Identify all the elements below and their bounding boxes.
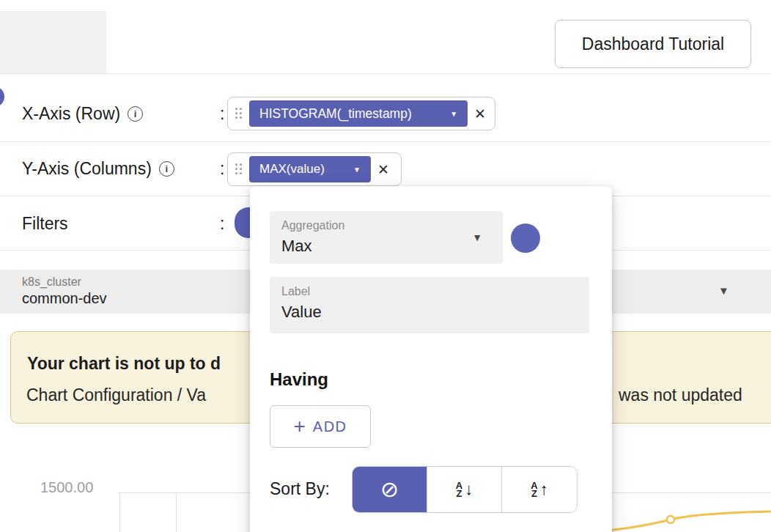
- divider: [0, 73, 771, 74]
- x-axis-field-chip: HISTOGRAM(_timestamp) ▼ ✕: [227, 97, 495, 130]
- info-icon[interactable]: i: [128, 106, 143, 122]
- label-input-label: Label: [281, 285, 310, 298]
- field-config-popup: Aggregation Max ▼ Label Value Having + A…: [250, 186, 612, 532]
- dashboard-tutorial-button[interactable]: Dashboard Tutorial: [555, 20, 751, 68]
- caret-down-icon[interactable]: ▼: [718, 284, 729, 297]
- close-icon[interactable]: ✕: [377, 163, 389, 177]
- drag-handle-icon[interactable]: [235, 163, 243, 175]
- sort-none-button[interactable]: ⊘: [353, 467, 427, 512]
- add-button-label: ADD: [313, 418, 347, 435]
- label-input-value: Value: [281, 303, 322, 322]
- y-axis-label: Y-Axis (Columns): [22, 159, 152, 179]
- info-glyph: i: [166, 164, 169, 174]
- variable-name: k8s_cluster: [22, 276, 81, 289]
- no-sort-icon: ⊘: [380, 479, 399, 500]
- aggregation-select-label: Aggregation: [281, 219, 344, 232]
- info-glyph: i: [134, 109, 137, 119]
- warning-body-right: was not updated: [619, 385, 742, 405]
- label-input[interactable]: Label Value: [270, 277, 589, 333]
- chart-gridline: [176, 492, 177, 532]
- plus-icon: +: [293, 416, 305, 437]
- colon-separator: :: [220, 207, 224, 240]
- chart-gridline: [119, 492, 120, 532]
- warning-title: Your chart is not up to d: [27, 354, 221, 374]
- sort-ascending-button[interactable]: AZ ↓: [427, 467, 502, 512]
- colon-separator: :: [220, 152, 224, 185]
- y-axis-field-button[interactable]: MAX(value) ▼: [249, 156, 371, 182]
- chart-line-series: [608, 509, 771, 532]
- header-partial-block: [0, 11, 106, 73]
- sort-by-toggle-group: ⊘ AZ ↓ AZ ↑: [352, 466, 578, 513]
- filters-label: Filters: [22, 214, 68, 234]
- warning-body-left: Chart Configuration / Va: [26, 385, 206, 405]
- dashboard-editor-screen: Dashboard Tutorial X-Axis (Row) i : HIST…: [0, 0, 771, 532]
- aggregation-select[interactable]: Aggregation Max ▼: [270, 211, 503, 264]
- sort-alpha-up-icon: AZ ↑: [531, 481, 547, 498]
- left-edge-badge: [0, 86, 4, 107]
- chart-point-marker[interactable]: [667, 516, 674, 523]
- having-section-title: Having: [270, 369, 328, 390]
- x-axis-field-button[interactable]: HISTOGRAM(_timestamp) ▼: [249, 100, 468, 127]
- sort-descending-button[interactable]: AZ ↑: [502, 467, 577, 512]
- x-axis-field-value: HISTOGRAM(_timestamp): [259, 106, 412, 122]
- chart-y-axis-tick: 1500.00: [40, 479, 93, 496]
- x-axis-label: X-Axis (Row): [22, 104, 120, 124]
- filters-row: Filters: [22, 207, 68, 240]
- series-color-picker[interactable]: [511, 223, 540, 253]
- colon-separator: :: [220, 97, 224, 130]
- close-icon[interactable]: ✕: [474, 107, 486, 121]
- aggregation-select-value: Max: [281, 237, 312, 256]
- drag-handle-icon[interactable]: [235, 108, 243, 119]
- caret-down-icon: ▼: [353, 166, 361, 174]
- x-axis-row: X-Axis (Row) i: [22, 97, 143, 130]
- caret-down-icon: ▼: [472, 232, 482, 243]
- divider: [0, 141, 771, 142]
- y-axis-field-chip: MAX(value) ▼ ✕: [227, 152, 402, 186]
- y-axis-field-value: MAX(value): [259, 162, 325, 177]
- variable-value: common-dev: [22, 290, 107, 307]
- having-add-button[interactable]: + ADD: [270, 405, 371, 448]
- sort-alpha-down-icon: AZ ↓: [456, 481, 473, 498]
- info-icon[interactable]: i: [159, 161, 174, 177]
- sort-by-label: Sort By:: [270, 479, 330, 499]
- y-axis-row: Y-Axis (Columns) i: [22, 152, 174, 185]
- caret-down-icon: ▼: [450, 110, 457, 118]
